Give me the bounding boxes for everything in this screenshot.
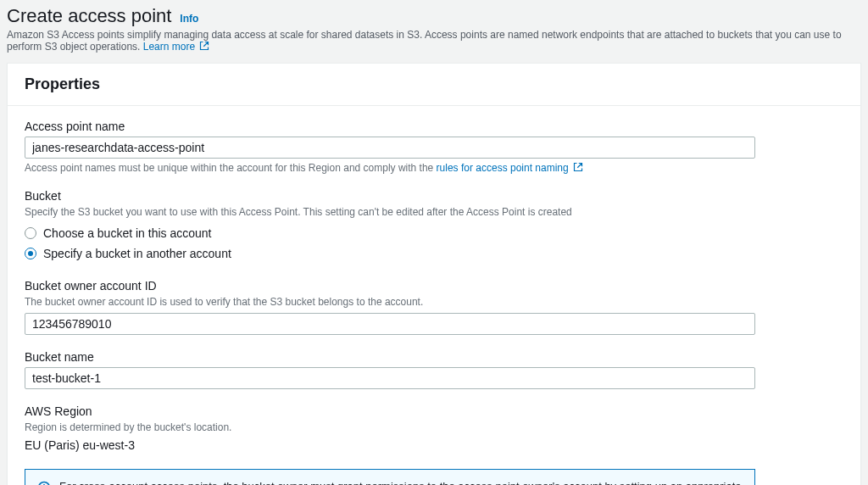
owner-account-id-input[interactable] bbox=[25, 313, 755, 335]
radio-choose-bucket-this-account[interactable]: Choose a bucket in this account bbox=[25, 223, 843, 243]
bucket-label: Bucket bbox=[25, 189, 843, 203]
panel-header: Properties bbox=[8, 64, 860, 106]
learn-more-link[interactable]: Learn more bbox=[143, 41, 210, 53]
bucket-name-label: Bucket name bbox=[25, 350, 843, 364]
page-description-text: Amazon S3 Access points simplify managin… bbox=[7, 29, 842, 53]
field-owner-account-id: Bucket owner account ID The bucket owner… bbox=[25, 279, 843, 335]
external-link-icon bbox=[199, 41, 209, 51]
aws-region-desc: Region is determined by the bucket's loc… bbox=[25, 421, 843, 433]
info-link[interactable]: Info bbox=[180, 13, 198, 25]
page-title: Create access point bbox=[7, 5, 171, 27]
owner-account-id-label: Bucket owner account ID bbox=[25, 279, 843, 293]
field-bucket-name: Bucket name bbox=[25, 350, 843, 389]
radio-label: Specify a bucket in another account bbox=[43, 247, 231, 260]
owner-account-id-desc: The bucket owner account ID is used to v… bbox=[25, 296, 843, 308]
access-point-name-helper: Access point names must be unique within… bbox=[25, 162, 843, 174]
naming-rules-link[interactable]: rules for access point naming bbox=[437, 162, 583, 174]
page-description: Amazon S3 Access points simplify managin… bbox=[7, 29, 861, 53]
cross-account-info-alert: For cross-account access points, the buc… bbox=[25, 469, 755, 485]
field-bucket: Bucket Specify the S3 bucket you want to… bbox=[25, 189, 843, 264]
radio-specify-bucket-other-account[interactable]: Specify a bucket in another account bbox=[25, 243, 843, 264]
alert-text: For cross-account access points, the buc… bbox=[59, 480, 743, 485]
panel-title: Properties bbox=[25, 75, 843, 93]
external-link-icon bbox=[573, 162, 583, 172]
bucket-name-input[interactable] bbox=[25, 367, 755, 389]
radio-icon bbox=[25, 248, 36, 259]
radio-icon bbox=[25, 227, 36, 239]
aws-region-value: EU (Paris) eu-west-3 bbox=[25, 438, 843, 452]
radio-label: Choose a bucket in this account bbox=[43, 226, 211, 240]
bucket-radio-group: Choose a bucket in this account Specify … bbox=[25, 223, 843, 264]
page-header: Create access point Info Amazon S3 Acces… bbox=[0, 0, 868, 63]
panel-body: Access point name Access point names mus… bbox=[8, 106, 860, 485]
properties-panel: Properties Access point name Access poin… bbox=[7, 63, 861, 485]
aws-region-label: AWS Region bbox=[25, 404, 843, 418]
access-point-name-input[interactable] bbox=[25, 137, 755, 159]
field-access-point-name: Access point name Access point names mus… bbox=[25, 120, 843, 174]
field-aws-region: AWS Region Region is determined by the b… bbox=[25, 404, 843, 452]
access-point-name-label: Access point name bbox=[25, 120, 843, 133]
info-icon bbox=[37, 481, 51, 485]
bucket-desc: Specify the S3 bucket you want to use wi… bbox=[25, 206, 843, 218]
